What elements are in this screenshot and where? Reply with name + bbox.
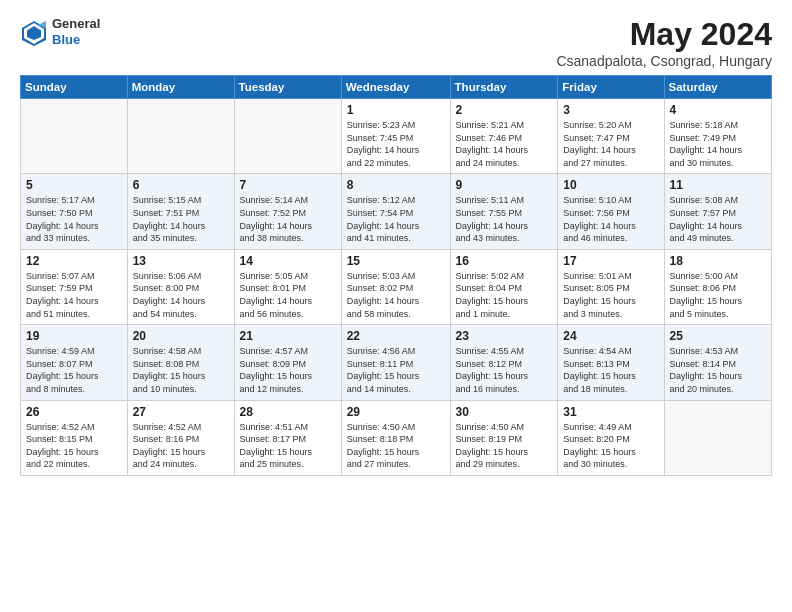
title-block: May 2024 Csanadpalota, Csongrad, Hungary — [556, 16, 772, 69]
day-number: 13 — [133, 254, 229, 268]
day-number: 29 — [347, 405, 445, 419]
day-number: 20 — [133, 329, 229, 343]
day-info: Sunrise: 4:51 AM Sunset: 8:17 PM Dayligh… — [240, 421, 336, 471]
day-cell: 16Sunrise: 5:02 AM Sunset: 8:04 PM Dayli… — [450, 249, 558, 324]
day-number: 15 — [347, 254, 445, 268]
week-row-1: 1Sunrise: 5:23 AM Sunset: 7:45 PM Daylig… — [21, 99, 772, 174]
day-info: Sunrise: 4:54 AM Sunset: 8:13 PM Dayligh… — [563, 345, 658, 395]
day-info: Sunrise: 5:08 AM Sunset: 7:57 PM Dayligh… — [670, 194, 767, 244]
day-info: Sunrise: 5:12 AM Sunset: 7:54 PM Dayligh… — [347, 194, 445, 244]
day-info: Sunrise: 5:18 AM Sunset: 7:49 PM Dayligh… — [670, 119, 767, 169]
day-info: Sunrise: 4:49 AM Sunset: 8:20 PM Dayligh… — [563, 421, 658, 471]
day-cell: 18Sunrise: 5:00 AM Sunset: 8:06 PM Dayli… — [664, 249, 772, 324]
day-cell: 26Sunrise: 4:52 AM Sunset: 8:15 PM Dayli… — [21, 400, 128, 475]
day-info: Sunrise: 5:20 AM Sunset: 7:47 PM Dayligh… — [563, 119, 658, 169]
day-number: 21 — [240, 329, 336, 343]
day-number: 5 — [26, 178, 122, 192]
week-row-3: 12Sunrise: 5:07 AM Sunset: 7:59 PM Dayli… — [21, 249, 772, 324]
day-number: 25 — [670, 329, 767, 343]
logo-blue: Blue — [52, 32, 100, 48]
day-cell: 3Sunrise: 5:20 AM Sunset: 7:47 PM Daylig… — [558, 99, 664, 174]
day-cell: 8Sunrise: 5:12 AM Sunset: 7:54 PM Daylig… — [341, 174, 450, 249]
day-number: 4 — [670, 103, 767, 117]
day-info: Sunrise: 5:05 AM Sunset: 8:01 PM Dayligh… — [240, 270, 336, 320]
week-row-2: 5Sunrise: 5:17 AM Sunset: 7:50 PM Daylig… — [21, 174, 772, 249]
day-cell: 19Sunrise: 4:59 AM Sunset: 8:07 PM Dayli… — [21, 325, 128, 400]
day-number: 28 — [240, 405, 336, 419]
day-info: Sunrise: 5:02 AM Sunset: 8:04 PM Dayligh… — [456, 270, 553, 320]
day-number: 18 — [670, 254, 767, 268]
day-cell: 6Sunrise: 5:15 AM Sunset: 7:51 PM Daylig… — [127, 174, 234, 249]
day-cell: 24Sunrise: 4:54 AM Sunset: 8:13 PM Dayli… — [558, 325, 664, 400]
day-number: 8 — [347, 178, 445, 192]
calendar-table: Sunday Monday Tuesday Wednesday Thursday… — [20, 75, 772, 476]
day-number: 23 — [456, 329, 553, 343]
day-info: Sunrise: 4:53 AM Sunset: 8:14 PM Dayligh… — [670, 345, 767, 395]
day-number: 11 — [670, 178, 767, 192]
day-cell: 4Sunrise: 5:18 AM Sunset: 7:49 PM Daylig… — [664, 99, 772, 174]
day-number: 14 — [240, 254, 336, 268]
day-info: Sunrise: 4:52 AM Sunset: 8:15 PM Dayligh… — [26, 421, 122, 471]
day-cell: 10Sunrise: 5:10 AM Sunset: 7:56 PM Dayli… — [558, 174, 664, 249]
day-info: Sunrise: 5:11 AM Sunset: 7:55 PM Dayligh… — [456, 194, 553, 244]
day-number: 7 — [240, 178, 336, 192]
day-info: Sunrise: 5:21 AM Sunset: 7:46 PM Dayligh… — [456, 119, 553, 169]
day-cell — [127, 99, 234, 174]
day-cell: 29Sunrise: 4:50 AM Sunset: 8:18 PM Dayli… — [341, 400, 450, 475]
day-info: Sunrise: 4:57 AM Sunset: 8:09 PM Dayligh… — [240, 345, 336, 395]
logo-general: General — [52, 16, 100, 32]
day-number: 12 — [26, 254, 122, 268]
week-row-5: 26Sunrise: 4:52 AM Sunset: 8:15 PM Dayli… — [21, 400, 772, 475]
day-number: 22 — [347, 329, 445, 343]
day-cell: 23Sunrise: 4:55 AM Sunset: 8:12 PM Dayli… — [450, 325, 558, 400]
day-info: Sunrise: 4:50 AM Sunset: 8:18 PM Dayligh… — [347, 421, 445, 471]
day-info: Sunrise: 5:00 AM Sunset: 8:06 PM Dayligh… — [670, 270, 767, 320]
day-info: Sunrise: 5:01 AM Sunset: 8:05 PM Dayligh… — [563, 270, 658, 320]
day-cell: 31Sunrise: 4:49 AM Sunset: 8:20 PM Dayli… — [558, 400, 664, 475]
day-number: 3 — [563, 103, 658, 117]
logo-text: General Blue — [52, 16, 100, 47]
weekday-header-row: Sunday Monday Tuesday Wednesday Thursday… — [21, 76, 772, 99]
day-number: 31 — [563, 405, 658, 419]
day-number: 19 — [26, 329, 122, 343]
day-number: 16 — [456, 254, 553, 268]
day-number: 6 — [133, 178, 229, 192]
day-info: Sunrise: 5:07 AM Sunset: 7:59 PM Dayligh… — [26, 270, 122, 320]
day-number: 1 — [347, 103, 445, 117]
day-cell: 15Sunrise: 5:03 AM Sunset: 8:02 PM Dayli… — [341, 249, 450, 324]
day-info: Sunrise: 4:56 AM Sunset: 8:11 PM Dayligh… — [347, 345, 445, 395]
day-info: Sunrise: 4:55 AM Sunset: 8:12 PM Dayligh… — [456, 345, 553, 395]
day-info: Sunrise: 5:10 AM Sunset: 7:56 PM Dayligh… — [563, 194, 658, 244]
day-cell: 9Sunrise: 5:11 AM Sunset: 7:55 PM Daylig… — [450, 174, 558, 249]
day-info: Sunrise: 4:52 AM Sunset: 8:16 PM Dayligh… — [133, 421, 229, 471]
header: General Blue May 2024 Csanadpalota, Cson… — [20, 16, 772, 69]
day-info: Sunrise: 4:59 AM Sunset: 8:07 PM Dayligh… — [26, 345, 122, 395]
day-cell: 14Sunrise: 5:05 AM Sunset: 8:01 PM Dayli… — [234, 249, 341, 324]
day-cell: 27Sunrise: 4:52 AM Sunset: 8:16 PM Dayli… — [127, 400, 234, 475]
day-cell — [21, 99, 128, 174]
day-cell: 17Sunrise: 5:01 AM Sunset: 8:05 PM Dayli… — [558, 249, 664, 324]
day-number: 10 — [563, 178, 658, 192]
day-cell: 11Sunrise: 5:08 AM Sunset: 7:57 PM Dayli… — [664, 174, 772, 249]
day-number: 26 — [26, 405, 122, 419]
day-info: Sunrise: 5:14 AM Sunset: 7:52 PM Dayligh… — [240, 194, 336, 244]
day-cell: 7Sunrise: 5:14 AM Sunset: 7:52 PM Daylig… — [234, 174, 341, 249]
logo: General Blue — [20, 16, 100, 47]
day-info: Sunrise: 4:50 AM Sunset: 8:19 PM Dayligh… — [456, 421, 553, 471]
header-sunday: Sunday — [21, 76, 128, 99]
day-cell — [664, 400, 772, 475]
day-cell: 28Sunrise: 4:51 AM Sunset: 8:17 PM Dayli… — [234, 400, 341, 475]
day-cell: 12Sunrise: 5:07 AM Sunset: 7:59 PM Dayli… — [21, 249, 128, 324]
day-cell: 22Sunrise: 4:56 AM Sunset: 8:11 PM Dayli… — [341, 325, 450, 400]
day-cell: 5Sunrise: 5:17 AM Sunset: 7:50 PM Daylig… — [21, 174, 128, 249]
header-wednesday: Wednesday — [341, 76, 450, 99]
day-number: 2 — [456, 103, 553, 117]
header-friday: Friday — [558, 76, 664, 99]
header-thursday: Thursday — [450, 76, 558, 99]
day-cell: 21Sunrise: 4:57 AM Sunset: 8:09 PM Dayli… — [234, 325, 341, 400]
day-info: Sunrise: 5:15 AM Sunset: 7:51 PM Dayligh… — [133, 194, 229, 244]
day-number: 27 — [133, 405, 229, 419]
page: General Blue May 2024 Csanadpalota, Cson… — [0, 0, 792, 486]
day-info: Sunrise: 5:23 AM Sunset: 7:45 PM Dayligh… — [347, 119, 445, 169]
day-info: Sunrise: 5:06 AM Sunset: 8:00 PM Dayligh… — [133, 270, 229, 320]
